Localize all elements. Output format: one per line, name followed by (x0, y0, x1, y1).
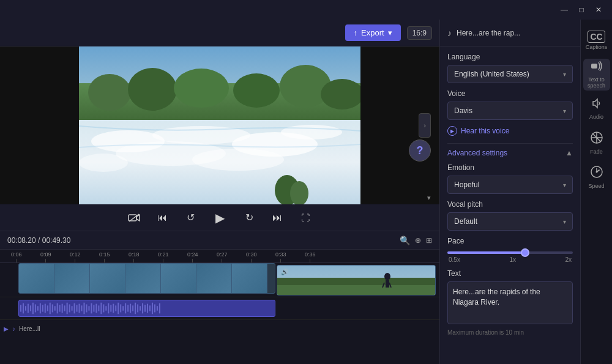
svg-rect-74 (132, 305, 133, 311)
export-button[interactable]: ↑ Export ▾ (345, 24, 401, 41)
svg-rect-45 (62, 304, 63, 313)
advanced-settings-chevron: ▲ (565, 149, 573, 157)
maximize-button[interactable]: □ (573, 1, 590, 18)
svg-text:🔊: 🔊 (281, 268, 289, 276)
sidebar-item-tts[interactable]: Text to speech (583, 59, 610, 91)
svg-rect-35 (37, 306, 39, 310)
svg-rect-58 (93, 305, 94, 311)
track-label: Here...ll (19, 325, 40, 332)
svg-rect-24 (386, 280, 389, 288)
pace-label: Pace (447, 237, 573, 245)
svg-rect-22 (277, 278, 436, 285)
skip-forward-button[interactable]: ⏭ (269, 209, 286, 226)
captions-label: Captions (586, 45, 608, 51)
toolbar: ↑ Export ▾ 16:9 (0, 20, 439, 46)
svg-rect-39 (47, 305, 48, 311)
vocal-pitch-label: Vocal pitch (447, 200, 573, 209)
svg-rect-69 (120, 305, 121, 313)
svg-rect-40 (50, 303, 51, 314)
svg-rect-50 (74, 303, 75, 314)
video-clip-main[interactable] (18, 263, 275, 294)
svg-rect-77 (140, 306, 141, 310)
audio-track-row (0, 297, 439, 319)
rewind-5s-button[interactable]: ↺ (182, 209, 199, 226)
voice-section: Voice Davis ▾ ▶ Hear this voice (447, 89, 573, 136)
right-sidebar: CC Captions Text to speech Audio (580, 20, 612, 364)
pace-track (447, 251, 573, 254)
fit-timeline-button[interactable]: ⊞ (426, 236, 432, 245)
svg-rect-84 (157, 306, 158, 310)
panel-header: ♪ Here...are the rap... (440, 20, 580, 46)
svg-rect-36 (40, 303, 41, 314)
fullscreen-button[interactable]: ⛶ (297, 209, 314, 226)
vocal-pitch-dropdown-arrow: ▾ (563, 218, 566, 225)
zoom-controls: 🔍 ⊕ ⊞ (400, 236, 432, 245)
language-dropdown[interactable]: English (United States) ▾ (447, 65, 573, 83)
track-audio-icon: ♪ (12, 325, 15, 332)
time-display: 00:08.20 / 00:49.30 (7, 236, 70, 245)
svg-rect-65 (110, 305, 111, 311)
svg-rect-70 (122, 306, 124, 310)
zoom-in-button[interactable]: ⊕ (415, 236, 421, 245)
video-track-row: 🔊 (0, 263, 439, 297)
emotion-dropdown[interactable]: Hopeful ▾ (447, 176, 573, 194)
voice-dropdown[interactable]: Davis ▾ (447, 102, 573, 120)
svg-point-4 (174, 69, 229, 108)
clip2-preview: 🔊 (277, 266, 436, 295)
svg-rect-81 (149, 305, 151, 311)
video-clip-secondary[interactable]: 🔊 (277, 265, 436, 295)
sidebar-item-audio[interactable]: Audio (583, 93, 610, 125)
svg-rect-46 (64, 305, 65, 311)
svg-rect-76 (137, 305, 138, 313)
panel-header-title: Here...are the rap... (457, 29, 573, 37)
help-button[interactable]: ? (409, 139, 431, 162)
timeline-tracks: 🔊 (0, 263, 439, 364)
audio-clip[interactable] (18, 300, 275, 317)
text-section: Text Maximum duration is 10 min (447, 269, 573, 336)
sidebar-item-captions[interactable]: CC Captions (583, 24, 610, 56)
tts-label: Text to speech (586, 77, 608, 89)
video-scene (79, 46, 360, 204)
fade-label: Fade (590, 149, 603, 155)
svg-rect-29 (23, 303, 24, 314)
svg-point-23 (384, 273, 390, 280)
emotion-section: Emotion Hopeful ▾ (447, 163, 573, 194)
voice-dropdown-arrow: ▾ (563, 108, 566, 114)
sidebar-item-fade[interactable]: Fade (583, 127, 610, 159)
svg-rect-38 (45, 304, 46, 313)
close-button[interactable]: ✕ (590, 1, 607, 18)
play-preview-icon: ▶ (447, 126, 457, 136)
sidebar-item-speed[interactable]: Speed (583, 162, 610, 193)
svg-point-5 (233, 73, 280, 108)
svg-rect-51 (76, 305, 78, 311)
clip-thumbnails (19, 264, 267, 293)
svg-point-14 (79, 154, 128, 172)
vocal-pitch-dropdown[interactable]: Default ▾ (447, 212, 573, 231)
minimize-button[interactable]: — (556, 1, 573, 18)
svg-rect-53 (81, 305, 83, 311)
collapse-panel-button[interactable]: › (419, 113, 431, 138)
pace-thumb[interactable] (521, 248, 529, 257)
advanced-settings-label: Advanced settings (447, 149, 507, 157)
video-frame (79, 46, 360, 204)
svg-rect-54 (83, 303, 84, 314)
tts-icon (590, 60, 603, 75)
advanced-settings-toggle[interactable]: Advanced settings ▲ (447, 149, 573, 157)
svg-rect-73 (130, 304, 131, 313)
zoom-out-button[interactable]: 🔍 (400, 236, 410, 245)
svg-rect-79 (144, 305, 146, 311)
play-button[interactable]: ▶ (210, 208, 230, 228)
hear-voice-button[interactable]: ▶ Hear this voice (447, 126, 573, 136)
emotion-dropdown-arrow: ▾ (563, 182, 566, 188)
collapse-timeline-button[interactable]: ▾ (427, 194, 431, 202)
track-label-row: ▶ ♪ Here...ll (0, 319, 439, 338)
forward-5s-button[interactable]: ↻ (241, 209, 258, 226)
svg-rect-42 (54, 306, 56, 310)
skip-back-button[interactable]: ⏮ (154, 209, 171, 226)
svg-rect-37 (42, 305, 43, 311)
camera-off-button[interactable] (125, 209, 143, 226)
svg-rect-34 (35, 305, 36, 313)
speed-label: Speed (588, 184, 604, 190)
audio-label: Audio (589, 114, 603, 121)
text-input[interactable] (447, 281, 573, 324)
